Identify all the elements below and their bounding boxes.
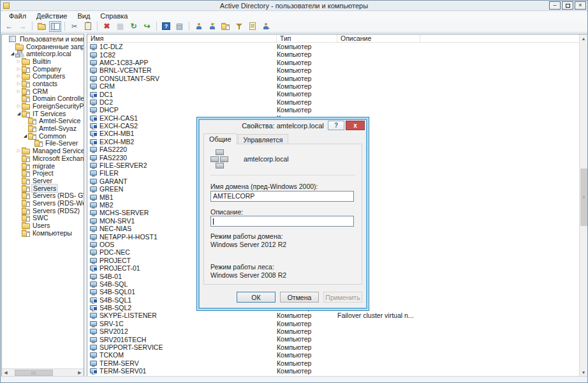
tree-item[interactable]: Amtel-Service (2, 117, 84, 125)
tab-general[interactable]: Общие (203, 133, 237, 145)
paste-button[interactable] (82, 21, 94, 32)
chevron-collapsed-icon[interactable]: ▷ (16, 81, 22, 86)
chevron-collapsed-icon[interactable]: ▷ (16, 148, 22, 153)
chevron-collapsed-icon[interactable]: ▷ (16, 73, 22, 79)
table-row[interactable]: AMC-1C83-APPКомпьютер (87, 59, 579, 66)
tree-item[interactable]: ▷Managed Service Accounts (2, 147, 84, 154)
show-console-tree-button[interactable] (49, 21, 61, 32)
tree-item[interactable]: ▷Builtin (2, 57, 84, 65)
new-user-button[interactable] (193, 21, 205, 32)
tree-item[interactable]: ◢amtelcorp.local (2, 50, 84, 57)
maximize-button[interactable] (562, 1, 573, 10)
tree-item[interactable]: Microsoft Exchange Security Groups (2, 154, 84, 162)
menu-help[interactable]: Справка (95, 11, 133, 20)
tree-item[interactable]: Компьютеры (2, 229, 84, 237)
chevron-expanded-icon[interactable]: ◢ (22, 133, 28, 139)
help-button[interactable]: ? (160, 21, 172, 32)
filter-button[interactable] (233, 21, 245, 32)
chevron-collapsed-icon[interactable]: ▷ (16, 89, 22, 94)
tree-item[interactable]: ▷CRM (2, 87, 84, 95)
table-row[interactable]: SRV2016TECHКомпьютер (87, 335, 579, 343)
tree-item[interactable]: Сохраненные запросы (2, 43, 84, 50)
table-row[interactable]: BRNL-VCENTERКомпьютер (87, 66, 579, 74)
table-row[interactable]: TCKOMКомпьютер (87, 351, 579, 359)
new-ou-button[interactable] (219, 21, 232, 32)
description-field[interactable] (210, 216, 354, 227)
table-row[interactable]: 1C82Компьютер (87, 50, 579, 58)
close-button[interactable]: × (575, 1, 586, 10)
tree-item[interactable]: ▷Computers (2, 72, 84, 80)
properties-button[interactable]: ▦ (114, 21, 126, 32)
table-row[interactable]: TERM-SERVКомпьютер (87, 359, 579, 367)
tree-item[interactable]: ▷ForeignSecurityPrincipals (2, 102, 84, 110)
tree-item[interactable]: migrate (2, 162, 84, 170)
tree-item[interactable]: Users (2, 222, 84, 229)
back-button[interactable]: ← (3, 21, 15, 32)
table-row[interactable]: DC1Компьютер (87, 90, 579, 98)
column-header-name[interactable]: Имя (87, 34, 277, 43)
menu-action[interactable]: Действие (31, 11, 72, 20)
tree-item[interactable]: Servers (RDS- GW Terminal) (2, 192, 84, 199)
tree-item[interactable]: ▷contacts (2, 80, 84, 87)
list-vertical-scrollbar[interactable]: ▲ ≡ ▼ (579, 34, 587, 376)
console-window-button[interactable]: ▤ (173, 21, 186, 32)
table-row[interactable]: SRV2012Компьютер (87, 327, 579, 335)
chevron-expanded-icon[interactable]: ◢ (16, 111, 22, 116)
table-row[interactable]: TERM-SERV01Компьютер (87, 367, 579, 375)
tree-item[interactable]: Пользователи и компьютеры (2, 35, 84, 43)
chevron-collapsed-icon[interactable]: ▷ (16, 66, 22, 71)
tree-item[interactable]: SWC (2, 214, 84, 222)
table-row[interactable]: DHCPКомпьютер (87, 106, 579, 114)
netbios-name-field[interactable]: AMTELCORP (210, 191, 354, 202)
tree-item[interactable]: ▷Company (2, 65, 84, 73)
tree-item[interactable]: ◢Common (2, 132, 84, 140)
scroll-left-icon[interactable]: ◀ (2, 369, 10, 377)
table-row[interactable]: SRV-1CКомпьютер (87, 320, 579, 327)
tree-item[interactable]: Servers (2, 184, 84, 192)
ok-button[interactable]: ОК (237, 292, 276, 303)
scrollbar-thumb[interactable]: ≡ (580, 169, 587, 226)
forward-button[interactable]: → (17, 21, 29, 32)
ou-icon (22, 193, 30, 199)
minimize-button[interactable]: – (549, 1, 561, 10)
column-header-description[interactable]: Описание (337, 34, 420, 43)
table-row[interactable]: SKYPE-LISTENERКомпьютерFailover cluster … (87, 312, 579, 319)
tree-horizontal-scrollbar[interactable]: ◀ ||| ▶ (2, 368, 84, 376)
scroll-up-icon[interactable]: ▲ (580, 34, 587, 42)
tree-item[interactable]: File-Server (2, 140, 84, 147)
chevron-expanded-icon[interactable]: ◢ (10, 51, 15, 56)
dialog-help-button[interactable]: ? (328, 121, 344, 130)
tree-item[interactable]: Amtel-Svyaz (2, 124, 84, 132)
tree-item[interactable]: Servers (RDS2) (2, 207, 84, 214)
find-user-button[interactable] (260, 21, 272, 32)
scrollbar-thumb[interactable]: ||| (15, 370, 53, 376)
table-row[interactable]: CONSULTANT-SRVКомпьютер (87, 75, 579, 82)
tree-item[interactable]: Servers (RDS-WebApp) (2, 199, 84, 207)
column-header-type[interactable]: Тип (277, 34, 337, 43)
table-row[interactable]: SUPPORT-SERVICEКомпьютер (87, 343, 579, 351)
chevron-collapsed-icon[interactable]: ▷ (16, 59, 22, 64)
tree-item[interactable]: Domain Controllers (2, 95, 84, 103)
menu-view[interactable]: Вид (72, 11, 95, 20)
scroll-down-icon[interactable]: ▼ (580, 368, 587, 376)
new-group-button[interactable] (206, 21, 218, 32)
row-name-cell: S4B-SQL2 (90, 304, 131, 312)
cancel-button[interactable]: Отмена (280, 292, 319, 303)
export-list-button[interactable]: ↪ (141, 21, 153, 32)
table-row[interactable]: DC2Компьютер (87, 98, 579, 106)
dialog-close-button[interactable]: x (346, 121, 365, 130)
tree-item[interactable]: ◢IT Services (2, 110, 84, 117)
refresh-button[interactable]: ↻ (128, 21, 140, 32)
scroll-right-icon[interactable]: ▶ (76, 369, 84, 377)
menu-file[interactable]: Файл (4, 11, 31, 20)
delete-button[interactable]: ✖ (101, 21, 113, 32)
view-options-button[interactable] (246, 21, 258, 32)
tree-item[interactable]: Project (2, 169, 84, 177)
up-one-level-button[interactable] (36, 21, 48, 32)
cut-button[interactable]: ✂ (68, 21, 80, 32)
row-type-cell: Компьютер (277, 320, 311, 327)
row-name-cell: FILER (90, 169, 119, 177)
chevron-collapsed-icon[interactable]: ▷ (16, 103, 22, 109)
table-row[interactable]: 1C-DLZКомпьютер (87, 43, 579, 50)
table-row[interactable]: CRMКомпьютер (87, 82, 579, 90)
